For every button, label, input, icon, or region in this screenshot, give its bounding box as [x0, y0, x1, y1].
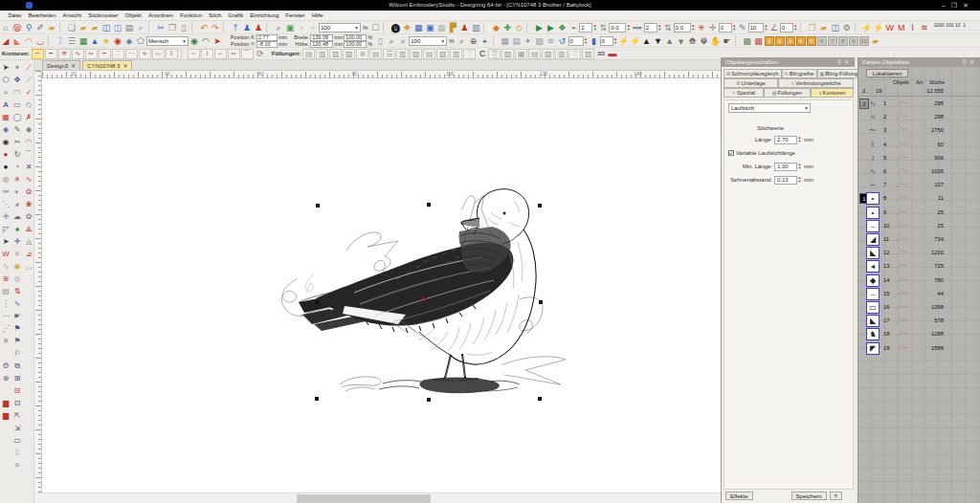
object-thumbnail[interactable]: ∽ [866, 179, 880, 191]
arr-top-icon[interactable]: ⩓ [664, 35, 676, 47]
plus-green-icon[interactable]: ✚ [501, 22, 513, 33]
object-thumbnail[interactable]: ▭ [866, 301, 880, 314]
shape-2-icon[interactable]: ⬠ [135, 35, 146, 47]
fill-stitch-12-button[interactable]: ▥ [450, 49, 462, 59]
flash-2-icon[interactable]: ⚡ [630, 35, 641, 47]
object-row-5[interactable]: ≀5⋰⋯906 [858, 152, 980, 165]
window-controls[interactable]: –❐✕ [942, 0, 974, 11]
hand-2-icon[interactable]: ☛ [722, 35, 733, 47]
node-4-tool-icon[interactable]: ◇ [23, 98, 34, 111]
flash-1-icon[interactable]: ⚡ [618, 35, 630, 47]
grid-e-icon[interactable]: ≋ [546, 35, 557, 47]
toolbar-input[interactable]: 10 [748, 23, 764, 33]
blank1-tool-icon[interactable] [0, 347, 11, 360]
panel-controls[interactable]: ⚲✕ [837, 57, 852, 67]
outline-stitch-8-button[interactable]: ⋯ [125, 49, 138, 59]
node-17-tool-icon[interactable]: ◡ [23, 260, 34, 273]
angle-ic-icon[interactable]: ∠ [768, 22, 780, 33]
object-thumbnail[interactable]: 〜 [866, 124, 880, 137]
object-row-2[interactable]: ≈2⋰⋯298 [858, 111, 980, 124]
color-a-icon[interactable]: ▩ [742, 35, 753, 47]
brk-tool-icon[interactable]: ⌷ [11, 447, 23, 459]
grid-d-icon[interactable]: ▧ [534, 35, 546, 47]
node-11-tool-icon[interactable]: ✿ [23, 186, 34, 198]
menu-stickmuster[interactable]: Stickmuster [85, 12, 122, 18]
corner-t-tool-icon[interactable]: ◸ [0, 223, 11, 235]
design-canvas[interactable]: ✛ [42, 78, 721, 492]
fill-stitch-b6-button[interactable]: ▥ [555, 49, 568, 59]
fill-stitch-10-button[interactable]: ▤ [423, 49, 435, 59]
box-c-tool-icon[interactable]: ⊟ [11, 384, 23, 397]
stitch-type-combo[interactable]: Laufstich▼ [728, 103, 811, 113]
folder-yellow-icon[interactable]: ▰ [870, 35, 881, 47]
object-row-6[interactable]: ∿6⋰⋯1026 [858, 165, 980, 179]
letter-m-icon[interactable]: ▛ [447, 22, 458, 33]
object-row-9[interactable]: •9⋰⋯25 [858, 207, 980, 220]
loop-t-tool-icon[interactable]: ↻ [11, 148, 23, 161]
fill-t-tool-icon[interactable]: ◐ [11, 186, 23, 198]
arr-up-icon[interactable]: ▲ [641, 35, 653, 47]
diamond-2-icon[interactable]: ◇ [513, 22, 524, 33]
grid-c-icon[interactable]: ✦ [523, 35, 534, 47]
c-fill-icon[interactable]: C [477, 48, 488, 59]
stitch-red-icon[interactable]: W [884, 22, 896, 33]
object-row-13[interactable]: ◂13⋰⋯725 [858, 260, 980, 273]
fill-stitch-1-button[interactable]: ▤ [302, 49, 315, 59]
zoom-tool-tool-icon[interactable]: ⌕ [0, 86, 11, 98]
box-a-tool-icon[interactable]: ⧉ [11, 360, 23, 372]
outline-stitch-5-button[interactable]: ∾ [85, 49, 98, 59]
object-row-1[interactable]: 2∿1⋰⋯295 [858, 98, 980, 111]
ff-green-icon[interactable]: ▶ [533, 22, 545, 33]
dots4-tool-icon[interactable]: ⋰ [0, 322, 11, 335]
locate-button[interactable]: Lokalisieren [866, 69, 908, 77]
toolbar-combo[interactable]: Mensch▼ [146, 36, 189, 46]
square-blue-icon[interactable]: ▣ [424, 22, 435, 33]
prop-tab-blingreihe[interactable]: ✎Blingreihe [782, 69, 817, 78]
coil-tool-icon[interactable]: ▤ [0, 285, 11, 297]
outline-stitch-10-button[interactable]: 〰 [152, 49, 165, 59]
red-m1-tool-icon[interactable]: ▆ [0, 397, 11, 409]
pen-ic-icon[interactable]: ✎ [737, 22, 748, 33]
menu-grafik[interactable]: Grafik [225, 12, 247, 18]
zoom-out-icon[interactable]: ⌕ [386, 35, 397, 47]
color-slot-8-button[interactable]: 8 [838, 36, 848, 46]
wand-tool-icon[interactable]: ✳ [11, 173, 23, 186]
menu-objekt[interactable]: Objekt [122, 12, 145, 18]
lettering-tool-icon[interactable]: A [0, 98, 11, 111]
transform-tool-icon[interactable]: ⌖ [11, 61, 23, 74]
fill-stitch-b8-button[interactable]: ▨ [582, 49, 594, 59]
open-icon[interactable]: ▰ [78, 22, 89, 33]
diamond-t-tool-icon[interactable]: ◈ [0, 123, 11, 136]
pointer-icon[interactable]: ✐ [34, 22, 46, 33]
info-black-icon[interactable]: ⓿ [390, 22, 401, 33]
object-row-3[interactable]: 〜3⋰⋯2750 [858, 124, 980, 138]
zoom-2-icon[interactable]: ⊕ [468, 35, 479, 47]
color-slot-2-button[interactable]: 2 [775, 36, 785, 46]
rect-t-tool-icon[interactable]: ▭ [11, 98, 23, 111]
color-slot-6-button[interactable]: 6 [817, 36, 827, 46]
flag-c-tool-icon[interactable]: ⚐ [11, 347, 23, 360]
print-preview-icon[interactable]: ⌕ [135, 22, 146, 33]
outline-stitch-4-button[interactable]: ∿ [72, 49, 84, 59]
toolbar-input[interactable]: 0 [568, 36, 584, 46]
object-row-10[interactable]: –10⋰⋯25 [858, 220, 980, 233]
zoom-doc-icon[interactable]: ⌕ [273, 22, 284, 33]
wilcom-icon[interactable]: Ⓦ [11, 22, 23, 33]
save-as-icon[interactable]: ◫ [112, 22, 123, 33]
menu-anordnen[interactable]: Anordnen [145, 12, 176, 18]
outline-stitch-3-button[interactable]: ≋ [58, 49, 71, 59]
order-t-tool-icon[interactable]: ⇅ [11, 285, 23, 297]
outline-stitch-6-button[interactable]: ┅ [99, 49, 111, 59]
blob-gray-tool-icon[interactable]: ◍ [0, 173, 11, 186]
toolbar-input[interactable]: 2 [579, 23, 592, 33]
prop-tab-schrumpfausgleich[interactable]: ⊞Schrumpfausgleich [724, 69, 782, 78]
spiral-tool-icon[interactable]: ◔ [11, 161, 23, 173]
help-button[interactable]: ? [830, 492, 842, 500]
toolbar-combo[interactable]: 100▼ [319, 23, 361, 33]
selection-handle-n[interactable] [427, 203, 431, 207]
prop-tab-füllungen[interactable]: ▨Füllungen [764, 88, 811, 98]
meas-tool-icon[interactable]: ▭ [11, 434, 23, 447]
hoop-t-tool-icon[interactable]: ⌗ [11, 248, 23, 260]
object-thumbnail[interactable]: ◣ [866, 247, 880, 259]
arr-b-tool-icon[interactable]: ⇲ [11, 422, 23, 434]
